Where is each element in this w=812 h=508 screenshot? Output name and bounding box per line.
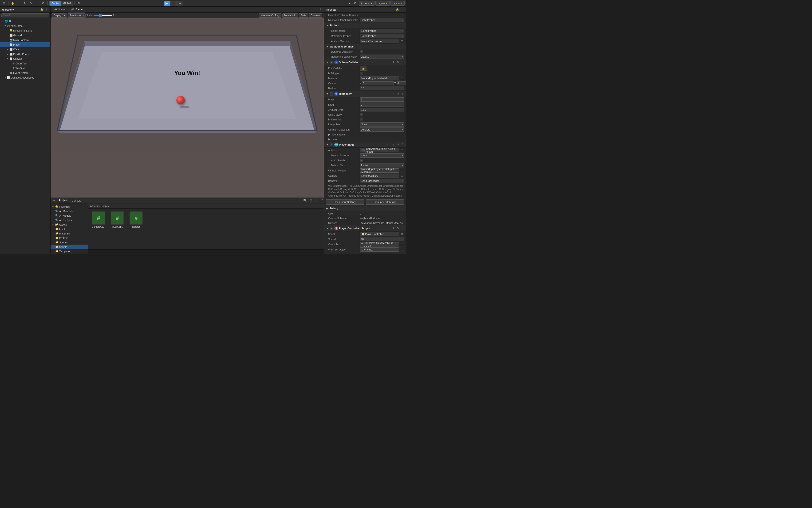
tab-game[interactable]: 🎮 Game: [68, 7, 85, 12]
settings-btn[interactable]: ⚙: [353, 1, 358, 6]
tab-console[interactable]: Console: [70, 198, 84, 203]
input-folder[interactable]: 📁 Input: [51, 227, 88, 231]
hierarchy-item-pickupparent[interactable]: ▶ ⬜ PickUp Parent: [0, 52, 50, 56]
sc-menu-btn[interactable]: ⋮: [400, 60, 404, 64]
open-input-settings-btn[interactable]: Open Input Settings: [326, 200, 364, 205]
hierarchy-item-maincamera[interactable]: 📷 Main Camera: [0, 38, 50, 42]
tab-project[interactable]: Project: [57, 198, 70, 203]
hierarchy-lock-btn[interactable]: 🔒: [40, 7, 44, 12]
assets-header[interactable]: ▼ 📁 Assets: [51, 222, 88, 227]
pc-enable[interactable]: ✓: [330, 227, 333, 230]
custom-tool2[interactable]: ⊕: [77, 1, 82, 6]
search-bottom-btn[interactable]: 🔍: [303, 198, 308, 203]
asset-cameraco[interactable]: # CameraCo...: [91, 211, 106, 228]
is-trigger-checkbox[interactable]: [360, 72, 363, 75]
bottom-settings-btn[interactable]: ⚙: [308, 198, 314, 203]
hierarchy-item-canvas[interactable]: ▼ 📄 Canvas: [0, 56, 50, 61]
probes-section-header[interactable]: ▼ Probes: [324, 23, 406, 28]
pivot-btn[interactable]: Center: [50, 1, 61, 6]
bottom-add-btn[interactable]: +: [51, 198, 57, 203]
win-text-ref[interactable]: ⊙ WinText: [360, 247, 399, 252]
hierarchy-item-wintext[interactable]: T WinText: [0, 66, 50, 71]
hierarchy-item-dontdestroy[interactable]: ▼ ⬜ DontDestroyOnLoad ⋮: [0, 75, 50, 80]
ui-input-target-btn[interactable]: ⊙: [400, 168, 404, 173]
dynamic-occlusion-checkbox[interactable]: ✓: [360, 50, 363, 53]
receive-gi-dropdown[interactable]: Light Probes ▾: [360, 18, 404, 22]
scale-slider-input[interactable]: [93, 15, 112, 16]
use-gravity-checkbox[interactable]: ✓: [360, 113, 363, 116]
hierarchy-item-all[interactable]: ▼ 🌐 All: [0, 19, 50, 24]
pi-help-btn[interactable]: ?: [392, 143, 395, 146]
all-materials-item[interactable]: 🔍 All Materials: [51, 209, 88, 213]
collision-detection-dropdown[interactable]: Discrete ▾: [360, 127, 404, 132]
behavior-dropdown[interactable]: Send Messages ▾: [360, 179, 404, 183]
account-button[interactable]: Account ▾: [359, 1, 374, 6]
maximize-btn[interactable]: Maximize On Play: [259, 13, 282, 17]
default-map-dropdown[interactable]: Player ▾: [360, 163, 404, 167]
display-btn[interactable]: Display 1 ▾: [52, 13, 67, 17]
scripts-folder[interactable]: 📁 Scripts: [51, 245, 88, 249]
light-probes-dropdown[interactable]: Blend Probes ▾: [360, 29, 404, 33]
actions-ref[interactable]: ⌨ InputActions (Input Action Asset): [360, 148, 399, 153]
rendering-layer-dropdown[interactable]: Layer1 ▾: [360, 54, 404, 59]
constraints-row[interactable]: ▶ Constraints: [324, 132, 406, 137]
auto-switch-checkbox[interactable]: ✓: [360, 159, 363, 162]
inspector-lock-btn[interactable]: 🔒: [395, 7, 399, 12]
material-ref[interactable]: None (Physic Material): [360, 76, 399, 80]
default-scheme-dropdown[interactable]: <Any> ▾: [360, 153, 404, 158]
ui-input-module-ref[interactable]: None (Input System UI Input Module): [360, 168, 399, 173]
rb-settings-btn[interactable]: ⚙: [396, 92, 400, 96]
camera-target-btn[interactable]: ⊙: [400, 174, 404, 178]
anchor-override-ref[interactable]: None (Transform): [360, 39, 399, 43]
hierarchy-item-player[interactable]: ⚪ Player: [0, 42, 50, 47]
asset-rotator[interactable]: # Rotator: [129, 211, 144, 228]
stats-btn[interactable]: Stats: [299, 13, 308, 17]
layout-button[interactable]: Layout ▾: [391, 1, 405, 6]
drag-input[interactable]: [360, 102, 404, 107]
pi-enable[interactable]: ✓: [330, 143, 333, 146]
unity-logo-btn[interactable]: ⊞: [1, 1, 7, 6]
move-tool[interactable]: ✛: [16, 1, 21, 6]
textmesh-folder[interactable]: 📁 TextMesh Pro: [51, 254, 88, 254]
asset-playercont[interactable]: # PlayerCont...: [110, 211, 125, 228]
hierarchy-item-walls[interactable]: ▶ ⬜ Walls: [0, 47, 50, 52]
mass-input[interactable]: [360, 97, 404, 101]
space-btn[interactable]: Global: [61, 1, 73, 6]
hierarchy-item-ground[interactable]: ⬜ Ground: [0, 33, 50, 38]
rb-enable[interactable]: ✓: [330, 92, 333, 95]
player-input-header[interactable]: ▼ ✓ ⌨ Player Input ? ⚙ ⋮: [324, 141, 406, 148]
rigidbody-header[interactable]: ▼ ✓ ⚙ Rigidbody ? ⚙ ⋮: [324, 91, 406, 97]
inspector-menu-btn[interactable]: ⋮: [400, 7, 404, 12]
center-x-input[interactable]: [362, 81, 394, 85]
tab-scene[interactable]: 🏔 Scene: [51, 7, 68, 12]
materials-folder[interactable]: 📁 Materials: [51, 231, 88, 236]
bottom-menu-btn[interactable]: ⋮: [314, 198, 319, 203]
script-target-btn[interactable]: ⊙: [400, 232, 404, 236]
all-prefabs-item[interactable]: 🔍 All Prefabs: [51, 218, 88, 222]
pi-menu-btn[interactable]: ⋮: [400, 143, 404, 146]
pause-button[interactable]: ⏸: [170, 1, 177, 6]
hierarchy-menu-btn[interactable]: ⋮: [44, 7, 48, 12]
mute-btn[interactable]: Mute Audio: [282, 13, 298, 17]
material-target-btn[interactable]: ⊙: [400, 76, 404, 80]
anchor-override-target-btn[interactable]: ⊙: [400, 39, 404, 43]
rb-menu-btn[interactable]: ⋮: [400, 92, 404, 96]
reflection-probes-dropdown[interactable]: Blend Probes ▾: [360, 34, 404, 38]
play-button[interactable]: ▶: [164, 1, 170, 6]
sc-help-btn[interactable]: ?: [392, 60, 395, 64]
hierarchy-item-eventsystem[interactable]: ⚙ EventSystem: [0, 71, 50, 75]
rect-tool[interactable]: ▭: [35, 1, 40, 6]
step-button[interactable]: ⏭: [177, 1, 183, 6]
additional-settings-header[interactable]: ▼ Additional Settings: [324, 44, 406, 49]
debug-section-header[interactable]: ▶ Debug: [324, 206, 406, 211]
hierarchy-item-directionallight[interactable]: 💡 Directional Light: [0, 28, 50, 33]
hierarchy-item-minigame[interactable]: ▼ 🎮 MiniGame ⋮: [0, 24, 50, 28]
all-models-item[interactable]: 🔍 All Models: [51, 213, 88, 218]
sphere-collider-enable[interactable]: ✓: [330, 61, 333, 64]
scenes-folder[interactable]: 📁 Scenes: [51, 240, 88, 245]
favorites-header[interactable]: ▼ ⭐ Favorites: [51, 204, 88, 209]
rb-help-btn[interactable]: ?: [392, 92, 395, 96]
cloud-btn[interactable]: ☁: [347, 1, 352, 6]
actions-target-btn[interactable]: ⊙: [400, 148, 404, 153]
count-text-target-btn[interactable]: ⊙: [400, 242, 404, 247]
